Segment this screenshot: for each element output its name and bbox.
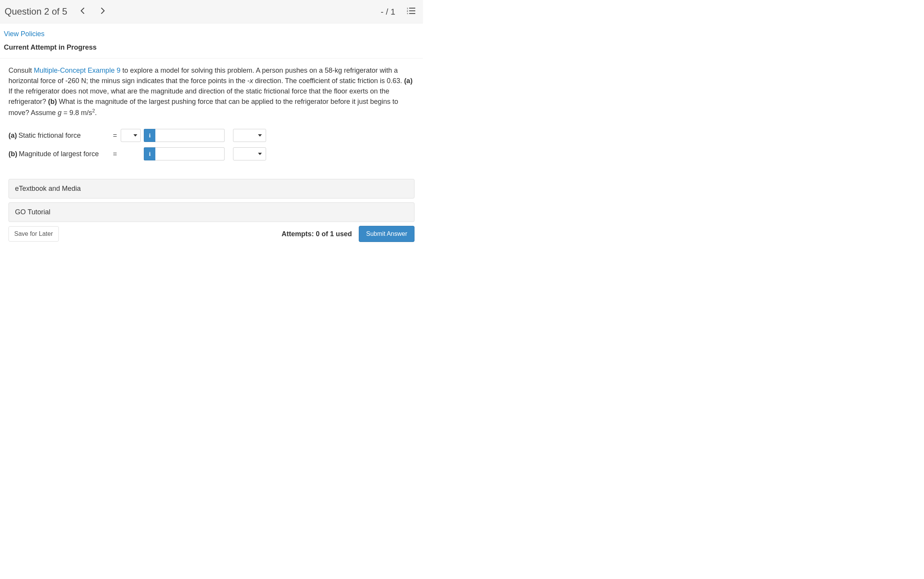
answer-section: (a) Static frictional force = i (b) Magn… xyxy=(8,129,415,160)
g-sup: 2 xyxy=(92,108,95,113)
save-for-later-button[interactable]: Save for Later xyxy=(8,226,59,242)
input-group-b: i xyxy=(144,147,225,160)
sign-select-a[interactable] xyxy=(121,129,141,142)
g-end: . xyxy=(95,109,97,117)
info-icon: i xyxy=(149,151,150,157)
example-link[interactable]: Multiple-Concept Example 9 xyxy=(34,67,120,74)
svg-rect-5 xyxy=(409,13,415,14)
info-button-a[interactable]: i xyxy=(144,129,155,142)
part-b-marker: (b) xyxy=(48,98,57,105)
equals-b: = xyxy=(112,149,118,159)
submit-answer-button[interactable]: Submit Answer xyxy=(359,226,415,242)
problem-statement: Consult Multiple-Concept Example 9 to ex… xyxy=(8,65,415,118)
svg-rect-3 xyxy=(409,10,415,11)
resources-section: eTextbook and Media GO Tutorial xyxy=(8,179,415,222)
question-list-button[interactable]: 1 2 3 xyxy=(404,6,418,18)
header-right: - / 1 1 2 3 xyxy=(381,5,418,18)
problem-text-2: direction. The coefficient of static fri… xyxy=(253,77,404,85)
svg-text:3: 3 xyxy=(407,13,408,14)
part-b-label-bold: (b) xyxy=(8,149,17,159)
part-b-label-text: Magnitude of largest force xyxy=(19,149,99,159)
problem-text-pre: Consult xyxy=(8,67,34,74)
svg-text:2: 2 xyxy=(407,10,408,12)
italic-g: g xyxy=(58,109,62,117)
chevron-right-icon xyxy=(101,8,105,14)
etextbook-button[interactable]: eTextbook and Media xyxy=(8,179,415,199)
question-number: Question 2 of 5 xyxy=(5,5,67,18)
numbered-list-icon: 1 2 3 xyxy=(407,7,415,14)
part-a-label: (a) Static frictional force xyxy=(8,130,109,141)
question-content: Consult Multiple-Concept Example 9 to ex… xyxy=(0,58,423,251)
value-input-a[interactable] xyxy=(155,129,225,142)
question-header: Question 2 of 5 - / 1 1 2 3 xyxy=(0,0,423,23)
chevron-left-icon xyxy=(80,8,85,14)
part-a-label-bold: (a) xyxy=(8,130,17,141)
answer-row-a: (a) Static frictional force = i xyxy=(8,129,415,142)
value-input-b[interactable] xyxy=(155,147,225,160)
svg-rect-1 xyxy=(409,8,415,8)
prev-question-button[interactable] xyxy=(77,6,88,17)
answer-row-b: (b) Magnitude of largest force = i xyxy=(8,147,415,160)
unit-select-b[interactable] xyxy=(233,147,266,160)
g-eq: = 9.8 m/s xyxy=(62,109,92,117)
header-left: Question 2 of 5 xyxy=(5,5,108,18)
part-a-label-text: Static frictional force xyxy=(18,130,81,141)
tutorial-button[interactable]: GO Tutorial xyxy=(8,202,415,222)
score-display: - / 1 xyxy=(381,5,395,18)
sign-placeholder-b xyxy=(121,147,141,160)
info-button-b[interactable]: i xyxy=(144,147,155,160)
attempt-status: Current Attempt in Progress xyxy=(0,40,423,58)
italic-x: x xyxy=(250,77,253,85)
policies-row: View Policies xyxy=(0,23,423,40)
input-group-a: i xyxy=(144,129,225,142)
part-a-marker: (a) xyxy=(404,77,413,85)
view-policies-link[interactable]: View Policies xyxy=(4,30,45,38)
question-container: Question 2 of 5 - / 1 1 2 3 xyxy=(0,0,423,251)
info-icon: i xyxy=(149,132,150,139)
svg-text:1: 1 xyxy=(407,7,408,10)
next-question-button[interactable] xyxy=(98,6,108,17)
footer-right: Attempts: 0 of 1 used Submit Answer xyxy=(281,226,415,242)
unit-select-a[interactable] xyxy=(233,129,266,142)
attempts-label: Attempts: 0 of 1 used xyxy=(281,229,352,239)
equals-a: = xyxy=(112,130,118,141)
part-b-label: (b) Magnitude of largest force xyxy=(8,149,109,159)
footer-row: Save for Later Attempts: 0 of 1 used Sub… xyxy=(8,226,415,242)
